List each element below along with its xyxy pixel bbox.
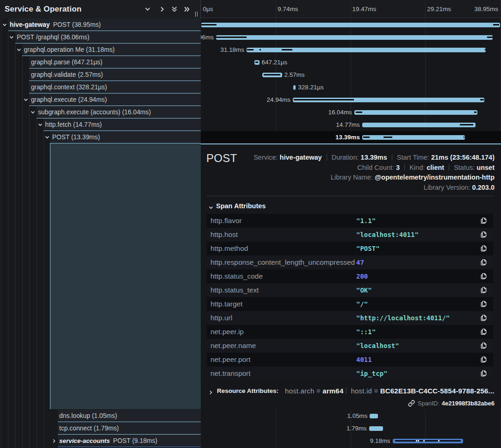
panel-resize-grip[interactable]: [195, 12, 198, 17]
expand-one-icon[interactable]: [171, 6, 178, 12]
tree-row[interactable]: graphql.operation Me (31.18ms): [0, 44, 201, 56]
copy-icon[interactable]: [480, 370, 488, 377]
timeline-row[interactable]: 14.77ms: [201, 118, 501, 131]
tree-row[interactable]: graphql.execute (24.94ms): [0, 93, 201, 106]
critical-path-mark: [264, 74, 280, 75]
attribute-key: net.peer.name: [210, 342, 256, 350]
span-name: graphql.validate (2.57ms): [31, 71, 103, 78]
span-tree-detail-zone: [0, 143, 201, 410]
span-duration-label: 1.05ms: [347, 410, 368, 422]
tree-row[interactable]: tcp.connect (1.79ms): [0, 422, 201, 435]
span-bar[interactable]: [247, 48, 486, 52]
copy-icon[interactable]: [480, 314, 488, 322]
span-bar[interactable]: [293, 85, 296, 90]
copy-icon[interactable]: [480, 356, 488, 363]
tree-row[interactable]: graphql.validate (2.57ms): [0, 68, 201, 81]
tree-row[interactable]: POST /graphql (36.06ms): [0, 31, 201, 44]
tree-row[interactable]: subgraph.execute (accounts) (16.04ms): [0, 106, 201, 118]
copy-icon[interactable]: [480, 231, 488, 238]
copy-icon[interactable]: [480, 245, 488, 252]
span-name-cell[interactable]: dns.lookup (1.05ms): [58, 410, 201, 422]
span-bar[interactable]: [393, 439, 463, 443]
span-name-cell[interactable]: graphql.execute (24.94ms): [29, 93, 201, 106]
tree-row[interactable]: dns.lookup (1.05ms): [0, 410, 201, 422]
tree-row[interactable]: graphql.parse (647.21µs): [0, 56, 201, 68]
span-bar[interactable]: [370, 414, 377, 418]
attribute-row: http.status_text"OK": [207, 283, 493, 297]
span-bar[interactable]: [369, 426, 383, 431]
tree-row[interactable]: service-accountsPOST (9.18ms): [0, 435, 201, 447]
chevron-right-icon[interactable]: [52, 439, 56, 443]
indent-guide: [1, 19, 1, 31]
chevron-down-icon[interactable]: [45, 135, 49, 140]
critical-path-mark: [464, 137, 464, 138]
indent-guide: [15, 44, 16, 56]
timeline-row[interactable]: 1.79ms: [201, 422, 501, 435]
span-name-cell[interactable]: POST (13.39ms): [50, 131, 201, 143]
copy-icon[interactable]: [480, 286, 488, 294]
copy-icon[interactable]: [480, 259, 488, 266]
tree-row[interactable]: POST (13.39ms): [0, 131, 201, 143]
span-bar[interactable]: [201, 23, 500, 27]
span-bar[interactable]: [216, 35, 493, 40]
span-name-cell[interactable]: service-accountsPOST (9.18ms): [58, 435, 201, 447]
span-bar[interactable]: [254, 60, 260, 65]
span-bar[interactable]: [354, 110, 477, 115]
indent-guide: [43, 422, 44, 435]
timeline-row[interactable]: 36.06ms: [201, 31, 501, 44]
chevron-down-icon[interactable]: [9, 35, 14, 40]
chevron-down-icon[interactable]: [38, 123, 43, 127]
collapse-all-icon[interactable]: [159, 6, 166, 12]
timeline-row[interactable]: 13.39ms: [201, 131, 501, 143]
expand-all-icon[interactable]: [184, 6, 190, 12]
tree-row[interactable]: hive-gatewayPOST (38.95ms): [0, 19, 201, 31]
span-name-cell[interactable]: graphql.parse (647.21µs): [29, 56, 201, 68]
span-name-cell[interactable]: POST /graphql (36.06ms): [15, 31, 201, 44]
copy-icon[interactable]: [480, 342, 488, 349]
span-bar[interactable]: [262, 73, 282, 77]
link-icon[interactable]: [408, 400, 415, 407]
timeline-row[interactable]: 31.18ms: [201, 44, 501, 56]
copy-icon[interactable]: [480, 328, 488, 336]
tree-row[interactable]: http.fetch (14.77ms): [0, 118, 201, 131]
timeline-row[interactable]: 38.95ms: [201, 19, 501, 31]
span-name-cell[interactable]: graphql.operation Me (31.18ms): [22, 44, 201, 56]
timeline-row[interactable]: 16.04ms: [201, 106, 501, 118]
span-attributes-header[interactable]: Span Attributes: [209, 201, 266, 211]
span-bar[interactable]: [362, 135, 465, 140]
copy-icon[interactable]: [480, 217, 488, 224]
chevron-down-icon[interactable]: [24, 98, 28, 102]
span-name-cell[interactable]: tcp.connect (1.79ms): [58, 422, 201, 435]
collapse-one-icon[interactable]: [144, 6, 151, 12]
copy-icon[interactable]: [480, 273, 488, 280]
timeline-row[interactable]: 24.94ms: [201, 93, 501, 106]
attribute-value: 4011: [356, 356, 372, 363]
meta-separator: [449, 164, 449, 171]
span-name-cell[interactable]: http.fetch (14.77ms): [43, 118, 201, 131]
chevron-down-icon[interactable]: [31, 110, 35, 115]
span-name-cell[interactable]: graphql.context (328.21µs): [29, 81, 201, 93]
timeline-row[interactable]: 647.21µs: [201, 56, 501, 68]
span-name-cell[interactable]: subgraph.execute (accounts) (16.04ms): [37, 106, 201, 118]
meta-separator: [392, 154, 392, 161]
meta-label: Library Version:: [424, 184, 472, 191]
indent-guide: [29, 410, 30, 422]
timeline-row[interactable]: 9.18ms: [201, 435, 501, 447]
timeline-row[interactable]: 1.05ms: [201, 410, 501, 422]
child-span-gap: [418, 440, 419, 442]
tree-row[interactable]: graphql.context (328.21µs): [0, 81, 201, 93]
span-name-cell[interactable]: graphql.validate (2.57ms): [29, 68, 201, 81]
chevron-down-icon[interactable]: [2, 23, 7, 27]
span-bar[interactable]: [362, 123, 476, 127]
indent-guide: [1, 93, 1, 106]
chevron-down-icon[interactable]: [17, 48, 21, 52]
timeline-row[interactable]: 2.57ms: [201, 68, 501, 81]
timeline-panel: 0µs9.74ms19.47ms29.21ms38.95ms 38.95ms36…: [201, 0, 501, 448]
span-name-cell[interactable]: hive-gatewayPOST (38.95ms): [8, 19, 201, 31]
span-bar[interactable]: [293, 98, 484, 102]
attribute-key: http.flavor: [210, 217, 242, 225]
copy-icon[interactable]: [480, 300, 488, 308]
resource-attributes-row[interactable]: Resource Attributes: host.arch = arm64 h…: [207, 386, 495, 395]
timeline-row[interactable]: 328.21µs: [201, 81, 501, 93]
span-name: graphql.operation Me (31.18ms): [24, 46, 115, 53]
